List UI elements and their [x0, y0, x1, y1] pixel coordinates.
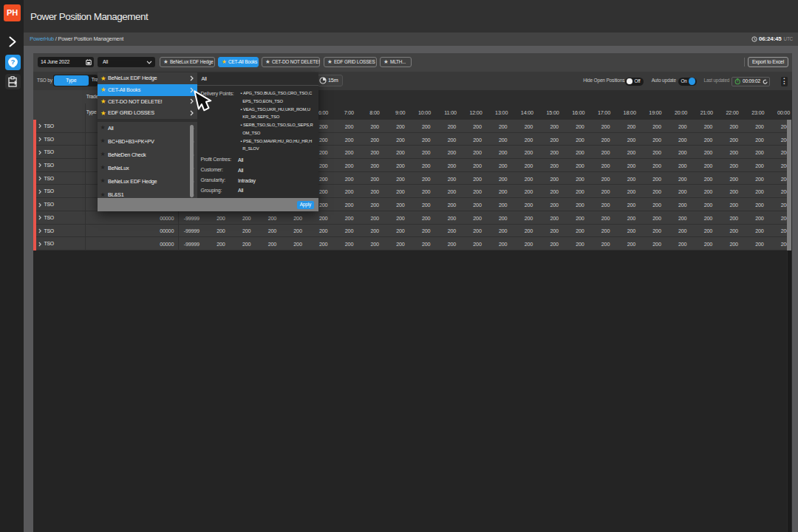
svg-text:?: ? — [10, 58, 15, 66]
